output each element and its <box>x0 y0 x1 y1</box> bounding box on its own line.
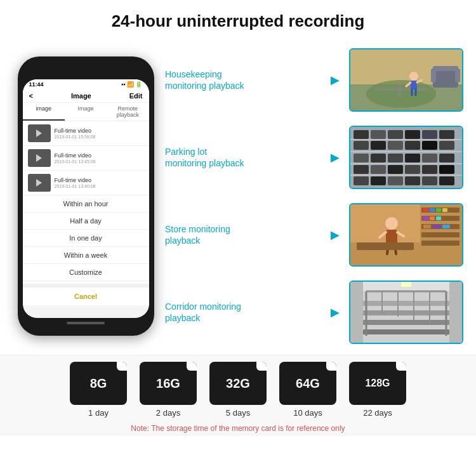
svg-rect-59 <box>423 208 428 212</box>
sd-card-label-64g: 64G <box>296 376 320 391</box>
svg-rect-17 <box>354 130 369 139</box>
phone-notch <box>60 64 111 77</box>
sd-card-label-8g: 8G <box>90 376 107 391</box>
home-bar <box>67 322 105 324</box>
svg-rect-27 <box>422 141 437 150</box>
sd-card-item-16g: 16G 2 days <box>140 362 197 418</box>
sd-section: 8G 1 day 16G 2 days 32G 5 days 64G 10 da… <box>0 355 476 436</box>
svg-rect-66 <box>423 225 431 228</box>
svg-rect-79 <box>350 282 363 343</box>
video-item-1[interactable]: Full-time video 2019-01-01 15:58:08 <box>23 121 149 146</box>
phone-screen: 11:44 ▪▪ 📶 🔋 < Image Edit image Image Re… <box>23 79 149 318</box>
monitor-label-corridor: Corridor monitoringplayback <box>165 301 321 324</box>
main-content: 11:44 ▪▪ 📶 🔋 < Image Edit image Image Re… <box>0 37 476 355</box>
phone-edit[interactable]: Edit <box>129 92 143 100</box>
video-info-1: Full-time video 2019-01-01 15:58:08 <box>55 128 144 139</box>
phone-tabs: image Image Remote playback <box>23 103 149 121</box>
svg-rect-19 <box>388 130 403 139</box>
store-svg <box>350 204 462 265</box>
svg-rect-48 <box>350 151 462 152</box>
page-header: 24-hour uninterrupted recording <box>0 0 476 37</box>
dropdown-item-3[interactable]: In one day <box>23 230 149 247</box>
phone-tab-image2[interactable]: Image <box>65 103 107 121</box>
svg-rect-64 <box>430 216 435 220</box>
sd-days-8g: 1 day <box>88 408 109 418</box>
monitor-photo-store <box>349 203 463 267</box>
svg-rect-60 <box>430 208 435 212</box>
video-thumb-1 <box>28 124 51 142</box>
svg-rect-40 <box>439 165 454 174</box>
svg-rect-67 <box>433 225 440 228</box>
sd-card-32g: 32G <box>209 362 267 405</box>
svg-rect-41 <box>354 176 369 185</box>
sd-days-16g: 2 days <box>156 408 180 418</box>
svg-rect-37 <box>388 165 403 174</box>
svg-rect-63 <box>423 216 428 220</box>
svg-rect-35 <box>354 165 369 174</box>
video-info-3: Full-time video 2019-01-01 13:40:08 <box>55 177 144 188</box>
page-title: 24-hour uninterrupted recording <box>13 11 463 31</box>
housekeeping-svg <box>350 50 462 110</box>
phone-status-bar: 11:44 ▪▪ 📶 🔋 <box>23 79 149 89</box>
monitor-photo-housekeeping <box>349 48 463 112</box>
svg-rect-45 <box>422 176 437 185</box>
svg-rect-42 <box>371 176 386 185</box>
svg-rect-24 <box>371 141 386 150</box>
phone-home-indicator <box>23 318 149 328</box>
sd-days-64g: 10 days <box>293 408 322 418</box>
monitor-row-parking: Parking lotmonitoring playback ▶ <box>165 126 463 189</box>
video-date-2: 2019-01-01 13:45:08 <box>55 159 144 164</box>
svg-rect-20 <box>405 130 420 139</box>
phone-icons: ▪▪ 📶 🔋 <box>121 81 142 88</box>
phone-dropdown: Within an hour Half a day In one day Wit… <box>23 195 149 305</box>
svg-rect-4 <box>398 83 401 98</box>
svg-rect-25 <box>388 141 403 150</box>
svg-rect-44 <box>405 176 420 185</box>
sd-card-128g: 128G <box>349 362 406 405</box>
arrow-store: ▶ <box>329 228 341 242</box>
phone-time: 11:44 <box>29 81 44 88</box>
video-title-2: Full-time video <box>55 152 144 159</box>
phone-cancel-button[interactable]: Cancel <box>23 284 149 305</box>
video-thumb-2 <box>28 149 51 167</box>
svg-rect-81 <box>363 301 449 306</box>
video-item-2[interactable]: Full-time video 2019-01-01 13:45:08 <box>23 146 149 171</box>
svg-point-5 <box>409 72 418 81</box>
phone-app-header: < Image Edit <box>23 89 149 103</box>
svg-rect-11 <box>433 69 458 88</box>
sd-card-item-128g: 128G 22 days <box>349 362 406 418</box>
monitor-row-housekeeping: Housekeepingmonitoring playback ▶ <box>165 48 463 112</box>
phone-tab-remote[interactable]: Remote playback <box>107 103 149 121</box>
parking-svg <box>350 127 462 188</box>
phone-device: 11:44 ▪▪ 📶 🔋 < Image Edit image Image Re… <box>18 56 154 336</box>
svg-point-69 <box>385 217 398 230</box>
sd-days-128g: 22 days <box>363 408 392 418</box>
phone-mockup: 11:44 ▪▪ 📶 🔋 < Image Edit image Image Re… <box>13 37 159 355</box>
svg-rect-39 <box>422 165 437 174</box>
monitor-label-housekeeping: Housekeepingmonitoring playback <box>165 69 321 91</box>
arrow-parking: ▶ <box>329 150 341 164</box>
sd-card-16g: 16G <box>140 362 197 405</box>
dropdown-item-5[interactable]: Customize <box>23 264 149 281</box>
sd-card-64g: 64G <box>279 362 336 405</box>
video-date-3: 2019-01-01 13:40:08 <box>55 184 144 188</box>
svg-rect-13 <box>431 69 436 83</box>
svg-rect-50 <box>350 175 462 176</box>
svg-rect-34 <box>439 154 454 162</box>
dropdown-item-4[interactable]: Within a week <box>23 247 149 264</box>
svg-rect-58 <box>421 241 459 246</box>
svg-rect-47 <box>350 139 462 140</box>
svg-rect-84 <box>363 329 449 334</box>
svg-rect-26 <box>405 141 420 150</box>
monitor-photo-parking <box>349 126 463 189</box>
sd-card-label-16g: 16G <box>156 376 180 391</box>
dropdown-item-1[interactable]: Within an hour <box>23 195 149 213</box>
dropdown-item-2[interactable]: Half a day <box>23 213 149 230</box>
phone-tab-image[interactable]: image <box>23 103 65 121</box>
video-item-3[interactable]: Full-time video 2019-01-01 13:40:08 <box>23 171 149 195</box>
sd-card-label-128g: 128G <box>365 378 390 389</box>
svg-rect-32 <box>405 154 420 162</box>
phone-back[interactable]: < <box>29 92 33 100</box>
video-title-1: Full-time video <box>55 128 144 134</box>
monitor-row-store: Store monitoringplayback ▶ <box>165 203 463 267</box>
